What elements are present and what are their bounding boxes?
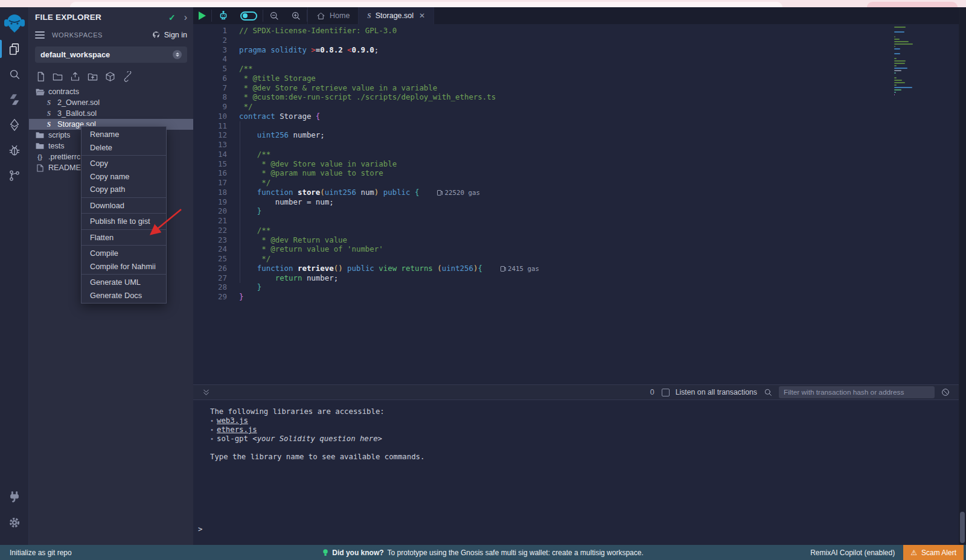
code-line-6[interactable]: 6 * @title Storage: [193, 74, 959, 83]
menu-item-publish-file-to-gist[interactable]: Publish file to gist: [82, 215, 166, 228]
code-line-13[interactable]: 13: [193, 140, 959, 150]
solidity-compiler-rail-icon[interactable]: [0, 87, 29, 112]
debugger-rail-icon[interactable]: [0, 138, 29, 163]
code-line-11[interactable]: 11: [193, 121, 959, 131]
code-line-17[interactable]: 17 */: [193, 178, 959, 188]
scam-alert-button[interactable]: ⚠ Scam Alert: [903, 545, 964, 560]
code-line-21[interactable]: 21: [193, 216, 959, 226]
minimap-line: [894, 77, 897, 78]
library-item: •ethers.js: [210, 425, 959, 434]
terminal-output[interactable]: The following libraries are accessible: …: [193, 400, 959, 545]
collapse-terminal-icon[interactable]: [202, 388, 211, 397]
run-script-button[interactable]: [193, 7, 211, 24]
line-number: 6: [193, 74, 237, 83]
menu-item-generate-docs[interactable]: Generate Docs: [82, 289, 166, 302]
code-editor[interactable]: 1// SPDX-License-Identifier: GPL-3.023pr…: [193, 24, 959, 384]
transaction-filter-input[interactable]: [779, 386, 935, 398]
git-rail-icon[interactable]: [0, 163, 29, 188]
line-number: 24: [193, 244, 237, 254]
browser-address-bar[interactable]: [70, 2, 782, 7]
code-line-18[interactable]: 18 function store(uint256 num) public {2…: [193, 188, 959, 197]
code-line-14[interactable]: 14 /**: [193, 150, 959, 159]
ai-copilot-robot-icon[interactable]: [212, 7, 235, 24]
new-file-icon[interactable]: [35, 71, 46, 82]
terminal-prompt[interactable]: >: [198, 525, 202, 534]
menu-item-compile-for-nahmii[interactable]: Compile for Nahmii: [82, 260, 166, 273]
code-line-23[interactable]: 23 * @dev Return value: [193, 235, 959, 245]
minimap-line: [894, 84, 897, 86]
git-init-button[interactable]: Initialize as git repo: [0, 549, 72, 557]
file-icon: [35, 164, 45, 172]
close-tab-icon[interactable]: ✕: [419, 11, 425, 20]
zoom-out-button[interactable]: [263, 7, 285, 24]
remix-logo-icon[interactable]: [2, 11, 27, 36]
copilot-toggle[interactable]: [235, 7, 263, 24]
solidity-icon: S: [44, 110, 54, 117]
menu-item-rename[interactable]: Rename: [82, 128, 166, 141]
editor-column: Home S Storage.sol ✕ 1// SPDX-License-Id…: [193, 7, 959, 545]
editor-minimap[interactable]: [892, 25, 932, 98]
copilot-status[interactable]: RemixAI Copilot (enabled): [810, 549, 895, 557]
code-line-16[interactable]: 16 * @param num value to store: [193, 168, 959, 178]
code-line-2[interactable]: 2: [193, 36, 959, 45]
menu-item-generate-uml[interactable]: Generate UML: [82, 276, 166, 289]
code-line-24[interactable]: 24 * @return value of 'number': [193, 244, 959, 254]
menu-item-copy-name[interactable]: Copy name: [82, 170, 166, 183]
code-line-27[interactable]: 27 return number;: [193, 273, 959, 283]
tree-item-contracts[interactable]: contracts: [29, 86, 193, 97]
code-line-25[interactable]: 25 */: [193, 254, 959, 264]
tab-home[interactable]: Home: [307, 7, 359, 24]
library-link[interactable]: web3.js: [217, 416, 248, 425]
scrollbar-thumb[interactable]: [960, 512, 965, 543]
code-line-19[interactable]: 19 number = num;: [193, 197, 959, 207]
workspace-select[interactable]: default_workspace: [35, 46, 187, 63]
deploy-run-rail-icon[interactable]: [0, 112, 29, 138]
browser-controls-pill[interactable]: [867, 2, 958, 7]
tree-item-3-ballot-sol[interactable]: S3_Ballot.sol: [29, 108, 193, 119]
code-line-8[interactable]: 8 * @custom:dev-run-script ./scripts/dep…: [193, 92, 959, 102]
settings-rail-icon[interactable]: [0, 510, 29, 535]
chevron-right-icon[interactable]: ›: [184, 13, 187, 22]
code-line-28[interactable]: 28 }: [193, 282, 959, 292]
code-line-3[interactable]: 3pragma solidity >=0.8.2 <0.9.0;: [193, 45, 959, 55]
new-folder-icon[interactable]: [52, 71, 63, 82]
code-line-15[interactable]: 15 * @dev Store value in variable: [193, 159, 959, 169]
code-line-26[interactable]: 26 function retrieve() public view retur…: [193, 264, 959, 273]
code-line-20[interactable]: 20 }: [193, 206, 959, 216]
terminal-search-icon[interactable]: [763, 387, 773, 397]
import-link-icon[interactable]: [122, 71, 133, 82]
upload-file-icon[interactable]: [69, 71, 81, 82]
load-cube-icon[interactable]: [104, 71, 116, 82]
upload-folder-icon[interactable]: [87, 71, 98, 82]
terminal-header: 0 Listen on all transactions: [193, 384, 959, 400]
menu-item-download[interactable]: Download: [82, 199, 166, 212]
menu-item-copy-path[interactable]: Copy path: [82, 183, 166, 196]
tree-item-2-owner-sol[interactable]: S2_Owner.sol: [29, 97, 193, 108]
menu-item-compile[interactable]: Compile: [82, 247, 166, 260]
code-line-7[interactable]: 7 * @dev Store & retrieve value in a var…: [193, 83, 959, 93]
menu-item-flatten[interactable]: Flatten: [82, 231, 166, 244]
zoom-in-button[interactable]: [285, 7, 307, 24]
menu-item-delete[interactable]: Delete: [82, 141, 166, 154]
listen-checkbox[interactable]: [662, 389, 670, 396]
clear-console-icon[interactable]: [941, 387, 950, 397]
library-link[interactable]: ethers.js: [217, 425, 257, 434]
plugin-manager-rail-icon[interactable]: [0, 485, 29, 510]
code-line-10[interactable]: 10contract Storage {: [193, 112, 959, 121]
tab-storage-sol[interactable]: S Storage.sol ✕: [359, 7, 434, 24]
sign-in-button[interactable]: Sign in: [152, 31, 187, 39]
code-line-9[interactable]: 9 */: [193, 102, 959, 112]
tree-item-label: .prettierrc: [48, 153, 80, 161]
code-line-12[interactable]: 12 uint256 number;: [193, 130, 959, 140]
code-line-22[interactable]: 22 /**: [193, 226, 959, 235]
code-line-5[interactable]: 5/**: [193, 64, 959, 74]
hamburger-menu-icon[interactable]: [35, 30, 45, 40]
search-rail-icon[interactable]: [0, 62, 29, 87]
line-number: 1: [193, 26, 237, 36]
code-line-4[interactable]: 4: [193, 54, 959, 64]
code-line-1[interactable]: 1// SPDX-License-Identifier: GPL-3.0: [193, 26, 959, 36]
code-text: */: [237, 178, 270, 188]
code-line-29[interactable]: 29}: [193, 292, 959, 302]
file-explorer-rail-icon[interactable]: [0, 36, 29, 62]
menu-item-copy[interactable]: Copy: [82, 157, 166, 170]
